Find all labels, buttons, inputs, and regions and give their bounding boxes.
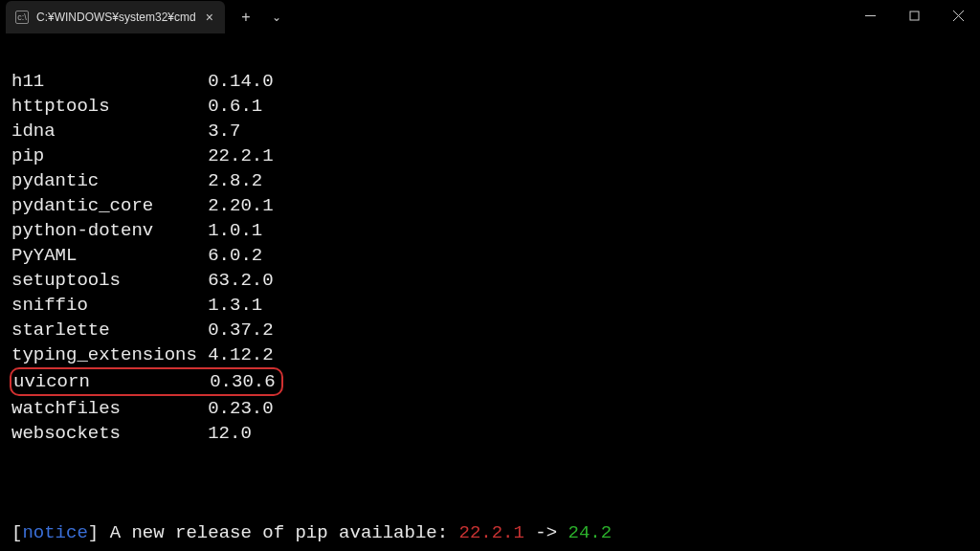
minimize-button[interactable]: [848, 0, 892, 31]
package-version: 0.23.0: [208, 396, 273, 421]
highlighted-package: uvicorn0.30.6: [10, 367, 283, 396]
package-name: python-dotenv: [11, 218, 208, 243]
package-row: pydantic_core2.20.1: [11, 193, 969, 218]
package-row: python-dotenv1.0.1: [11, 218, 969, 243]
package-name: PyYAML: [11, 243, 208, 268]
new-tab-button[interactable]: +: [233, 4, 259, 31]
maximize-button[interactable]: [892, 0, 936, 31]
package-row: h110.14.0: [11, 69, 969, 94]
package-version: 0.14.0: [208, 69, 273, 94]
package-version: 0.30.6: [210, 369, 275, 394]
package-row: pip22.2.1: [11, 143, 969, 168]
package-row: setuptools63.2.0: [11, 268, 969, 293]
close-tab-button[interactable]: ×: [204, 10, 215, 25]
package-row: starlette0.37.2: [11, 318, 969, 342]
package-name: sniffio: [11, 293, 208, 318]
package-name: typing_extensions: [11, 342, 208, 367]
tab-title: C:¥WINDOWS¥system32¥cmd: [36, 11, 196, 24]
cmd-icon: c:\: [15, 11, 29, 24]
package-row: websockets12.0: [11, 421, 969, 446]
package-version: 2.20.1: [208, 193, 273, 218]
package-name: pip: [11, 143, 208, 168]
titlebar: c:\ C:¥WINDOWS¥system32¥cmd × + ⌄: [0, 0, 980, 34]
package-row: httptools0.6.1: [11, 94, 969, 119]
package-version: 3.7: [208, 119, 240, 143]
tab-controls: + ⌄: [233, 4, 290, 31]
terminal-output[interactable]: h110.14.0httptools0.6.1idna3.7pip22.2.1p…: [0, 34, 980, 551]
notice-tag: notice: [22, 522, 87, 543]
package-row: uvicorn0.30.6: [11, 367, 969, 396]
package-row: watchfiles0.23.0: [11, 396, 969, 421]
package-row: sniffio1.3.1: [11, 293, 969, 318]
package-version: 6.0.2: [208, 243, 262, 268]
package-row: typing_extensions4.12.2: [11, 342, 969, 367]
package-row: pydantic2.8.2: [11, 168, 969, 193]
tab-dropdown-button[interactable]: ⌄: [263, 4, 290, 31]
package-name: h11: [11, 69, 208, 94]
package-version: 0.6.1: [208, 94, 262, 119]
window-controls: [848, 0, 980, 34]
package-name: setuptools: [11, 268, 208, 293]
package-name: websockets: [11, 421, 208, 446]
blank-line: [11, 471, 969, 496]
package-name: pydantic: [11, 168, 208, 193]
package-version: 0.37.2: [208, 318, 273, 342]
terminal-tab[interactable]: c:\ C:¥WINDOWS¥system32¥cmd ×: [6, 1, 225, 33]
package-row: idna3.7: [11, 119, 969, 143]
package-version: 22.2.1: [208, 143, 273, 168]
package-name: idna: [11, 119, 208, 143]
notice-line-1: [notice] A new release of pip available:…: [11, 520, 969, 545]
package-name: uvicorn: [13, 369, 210, 394]
close-window-button[interactable]: [936, 0, 980, 31]
package-version: 2.8.2: [208, 168, 262, 193]
package-version: 1.3.1: [208, 293, 262, 318]
package-list: h110.14.0httptools0.6.1idna3.7pip22.2.1p…: [11, 69, 969, 446]
pip-from-version: 22.2.1: [459, 522, 524, 543]
svg-rect-1: [910, 11, 919, 20]
package-name: pydantic_core: [11, 193, 208, 218]
package-version: 4.12.2: [208, 342, 273, 367]
package-row: PyYAML6.0.2: [11, 243, 969, 268]
package-version: 12.0: [208, 421, 252, 446]
tab-area: c:\ C:¥WINDOWS¥system32¥cmd × + ⌄: [0, 0, 290, 34]
package-name: watchfiles: [11, 396, 208, 421]
package-name: starlette: [11, 318, 208, 342]
package-name: httptools: [11, 94, 208, 119]
pip-to-version: 24.2: [568, 522, 612, 543]
package-version: 63.2.0: [208, 268, 273, 293]
package-version: 1.0.1: [208, 218, 262, 243]
